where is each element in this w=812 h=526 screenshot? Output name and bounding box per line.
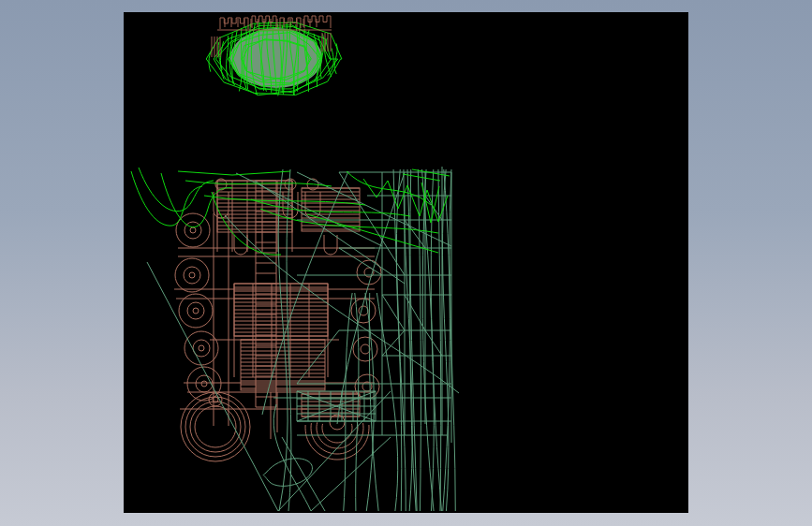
top-part-blob (206, 22, 342, 96)
cad-viewport[interactable] (124, 12, 688, 513)
main-assembly-salmon (174, 179, 381, 461)
app-background (0, 0, 812, 526)
wireframe-drawing (124, 12, 688, 513)
